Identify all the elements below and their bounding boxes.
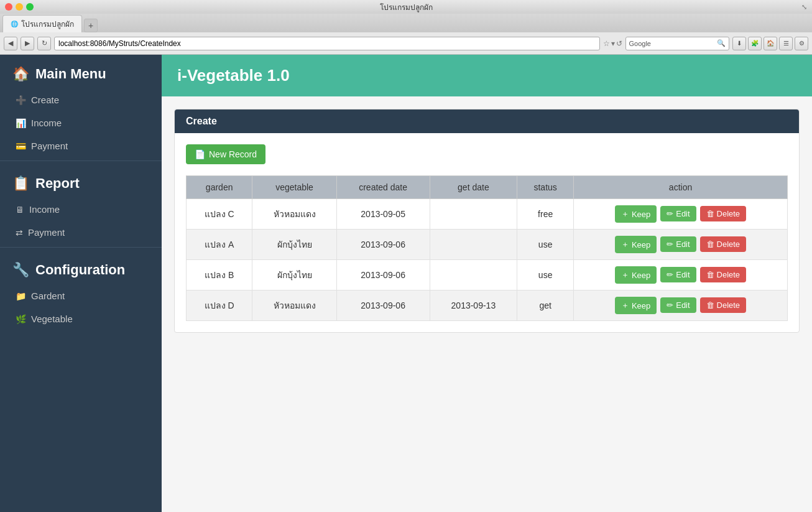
delete-button[interactable]: 🗑 Delete: [700, 206, 747, 221]
back-button[interactable]: ◀: [4, 37, 17, 50]
payment-main-icon: 💳: [16, 141, 26, 151]
report-icon: 📋: [12, 175, 29, 192]
address-bar: ◀ ▶ ↻ ☆ ▾ ↺ Google 🔍 ⬇ 🧩 🏠 ☰ ⚙: [0, 32, 812, 55]
edit-button[interactable]: ✏ Edit: [660, 236, 696, 252]
sidebar-item-income-main[interactable]: 📊 Income: [0, 111, 162, 134]
cell-get-date: [430, 260, 517, 291]
records-table: garden vegetable created date get date s…: [186, 175, 788, 321]
bookmark-area: ☆ ▾ ↺: [603, 39, 622, 48]
browser-tab[interactable]: 🌐 โปรแกรมปลูกผัก: [2, 15, 82, 32]
keep-button[interactable]: ＋ Keep: [615, 236, 657, 253]
sidebar-item-gardent[interactable]: 📁 Gardent: [0, 284, 162, 307]
edit-button[interactable]: ✏ Edit: [660, 267, 696, 282]
cell-status: use: [517, 260, 574, 291]
maximize-button[interactable]: [26, 3, 34, 11]
search-box[interactable]: Google 🔍: [625, 37, 729, 50]
keep-icon: ＋: [621, 269, 629, 281]
edit-icon: ✏: [667, 300, 673, 310]
cell-vegetable: ผักบุ้งไทย: [252, 230, 336, 260]
delete-button[interactable]: 🗑 Delete: [700, 297, 747, 313]
rss-icon[interactable]: ▾: [611, 39, 615, 48]
keep-button[interactable]: ＋ Keep: [615, 297, 657, 314]
edit-button[interactable]: ✏ Edit: [660, 297, 696, 313]
cell-created-date: 2013-09-06: [336, 230, 430, 260]
new-tab-button[interactable]: +: [84, 19, 98, 32]
cell-garden: แปลง A: [187, 230, 252, 260]
create-icon: ➕: [16, 95, 26, 105]
bookmark-icon[interactable]: ☆: [603, 39, 610, 48]
config-label: Configuration: [35, 262, 125, 278]
search-icon[interactable]: 🔍: [717, 39, 726, 47]
minimize-button[interactable]: [16, 3, 23, 11]
report-section: 📋 Report: [0, 164, 162, 198]
config-section: 🔧 Configuration: [0, 251, 162, 284]
divider-1: [0, 161, 162, 161]
content-body: Create 📄 New Record garden vegetable cre…: [162, 96, 812, 345]
sidebar: 🏠 Main Menu ➕ Create 📊 Income 💳 Payment …: [0, 55, 162, 512]
cell-created-date: 2013-09-05: [336, 199, 430, 230]
gardent-icon: 📁: [16, 291, 26, 301]
menu-icon[interactable]: ☰: [779, 37, 793, 50]
edit-icon: ✏: [667, 240, 673, 249]
config-icon: 🔧: [12, 262, 29, 278]
divider-2: [0, 247, 162, 248]
keep-icon: ＋: [621, 208, 629, 220]
close-button[interactable]: [5, 3, 12, 11]
home-icon[interactable]: 🏠: [764, 37, 777, 50]
sidebar-item-create[interactable]: ➕ Create: [0, 88, 162, 111]
window-controls[interactable]: [5, 3, 34, 11]
download-icon[interactable]: ⬇: [732, 37, 746, 50]
table-row: แปลง D หัวหอมแดง 2013-09-06 2013-09-13 g…: [187, 291, 788, 321]
cell-vegetable: หัวหอมแดง: [252, 291, 336, 321]
cell-action: ＋ Keep ✏ Edit 🗑 Delete: [574, 230, 788, 260]
cell-created-date: 2013-09-06: [336, 260, 430, 291]
card-header: Create: [175, 109, 799, 133]
toolbar-icons: ⬇ 🧩 🏠 ☰ ⚙: [732, 37, 808, 50]
cell-status: use: [517, 230, 574, 260]
cell-get-date: [430, 230, 517, 260]
delete-icon: 🗑: [706, 300, 714, 310]
sidebar-item-income-report[interactable]: 🖥 Income: [0, 198, 162, 221]
vegetable-icon: 🌿: [16, 314, 26, 324]
search-input[interactable]: [653, 39, 715, 48]
sidebar-item-payment-report[interactable]: ⇄ Payment: [0, 221, 162, 244]
refresh-button[interactable]: ↻: [37, 37, 51, 50]
keep-button[interactable]: ＋ Keep: [615, 266, 657, 284]
table-row: แปลง C หัวหอมแดง 2013-09-05 free ＋ Keep …: [187, 199, 788, 230]
sidebar-item-label-payment-report: Payment: [28, 227, 65, 238]
new-record-button[interactable]: 📄 New Record: [186, 144, 265, 164]
sidebar-item-label-vegetable: Vegetable: [31, 314, 73, 324]
delete-button[interactable]: 🗑 Delete: [700, 267, 747, 282]
cell-action: ＋ Keep ✏ Edit 🗑 Delete: [574, 260, 788, 291]
new-record-icon: 📄: [195, 149, 205, 159]
keep-button[interactable]: ＋ Keep: [615, 205, 657, 223]
table-row: แปลง B ผักบุ้งไทย 2013-09-06 use ＋ Keep …: [187, 260, 788, 291]
cell-status: free: [517, 199, 574, 230]
sidebar-item-payment-main[interactable]: 💳 Payment: [0, 134, 162, 157]
titlebar: โปรแกรมปลูกผัก ⤡: [0, 0, 812, 14]
card-title: Create: [186, 116, 217, 126]
resize-icon: ⤡: [801, 3, 807, 11]
keep-icon: ＋: [621, 239, 629, 250]
cell-get-date: 2013-09-13: [430, 291, 517, 321]
settings-icon[interactable]: ⚙: [795, 37, 808, 50]
content-header: i-Vegetable 1.0: [162, 55, 812, 96]
extension-icon[interactable]: 🧩: [748, 37, 762, 50]
cell-status: get: [517, 291, 574, 321]
main-menu-icon: 🏠: [12, 66, 29, 82]
delete-icon: 🗑: [706, 240, 714, 249]
reload-icon[interactable]: ↺: [616, 39, 622, 48]
edit-icon: ✏: [667, 270, 673, 279]
delete-button[interactable]: 🗑 Delete: [700, 236, 747, 252]
url-input[interactable]: [54, 37, 600, 50]
income-main-icon: 📊: [16, 118, 26, 128]
sidebar-item-vegetable[interactable]: 🌿 Vegetable: [0, 307, 162, 330]
col-action: action: [574, 176, 788, 199]
table-header-row: garden vegetable created date get date s…: [187, 176, 788, 199]
main-layout: 🏠 Main Menu ➕ Create 📊 Income 💳 Payment …: [0, 55, 812, 512]
edit-button[interactable]: ✏ Edit: [660, 206, 696, 221]
delete-icon: 🗑: [706, 209, 714, 218]
window-title: โปรแกรมปลูกผัก: [380, 1, 433, 13]
forward-button[interactable]: ▶: [21, 37, 34, 50]
col-get-date: get date: [430, 176, 517, 199]
